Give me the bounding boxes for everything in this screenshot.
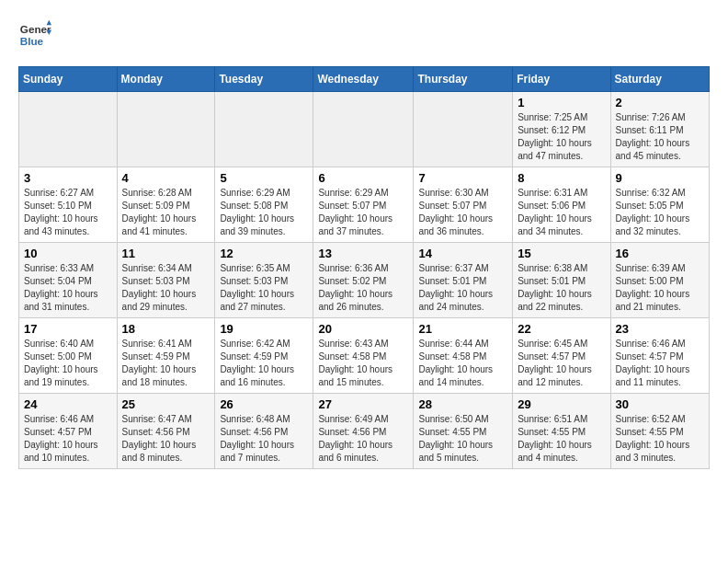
day-info: Sunrise: 6:41 AM Sunset: 4:59 PM Dayligh… — [122, 338, 210, 389]
day-info: Sunrise: 6:29 AM Sunset: 5:07 PM Dayligh… — [318, 187, 408, 238]
calendar-cell: 11Sunrise: 6:34 AM Sunset: 5:03 PM Dayli… — [117, 243, 215, 318]
day-info: Sunrise: 6:39 AM Sunset: 5:00 PM Dayligh… — [616, 262, 704, 314]
weekday-header-saturday: Saturday — [610, 67, 709, 92]
day-number: 10 — [24, 247, 112, 260]
day-info: Sunrise: 7:25 AM Sunset: 6:12 PM Dayligh… — [518, 111, 605, 163]
day-info: Sunrise: 6:50 AM Sunset: 4:55 PM Dayligh… — [418, 413, 507, 465]
weekday-header-monday: Monday — [117, 67, 215, 92]
svg-text:Blue: Blue — [20, 35, 44, 47]
weekday-header-wednesday: Wednesday — [313, 67, 414, 92]
day-number: 1 — [518, 96, 605, 109]
day-info: Sunrise: 6:47 AM Sunset: 4:56 PM Dayligh… — [122, 413, 210, 465]
day-number: 13 — [318, 247, 408, 260]
calendar-cell: 6Sunrise: 6:29 AM Sunset: 5:07 PM Daylig… — [313, 167, 414, 243]
calendar-cell — [215, 92, 313, 167]
day-info: Sunrise: 6:51 AM Sunset: 4:55 PM Dayligh… — [518, 413, 605, 465]
logo-icon: General Blue — [18, 18, 51, 52]
day-info: Sunrise: 6:42 AM Sunset: 4:59 PM Dayligh… — [220, 338, 308, 389]
calendar-table: SundayMondayTuesdayWednesdayThursdayFrid… — [18, 66, 710, 469]
day-info: Sunrise: 6:32 AM Sunset: 5:05 PM Dayligh… — [616, 187, 704, 238]
day-number: 7 — [418, 171, 507, 185]
day-info: Sunrise: 6:46 AM Sunset: 4:57 PM Dayligh… — [616, 338, 704, 389]
calendar-cell: 20Sunrise: 6:43 AM Sunset: 4:58 PM Dayli… — [313, 318, 414, 394]
day-info: Sunrise: 6:34 AM Sunset: 5:03 PM Dayligh… — [122, 262, 210, 314]
day-info: Sunrise: 6:44 AM Sunset: 4:58 PM Dayligh… — [418, 338, 507, 389]
calendar-cell: 25Sunrise: 6:47 AM Sunset: 4:56 PM Dayli… — [117, 394, 215, 469]
day-number: 6 — [318, 171, 408, 185]
calendar-cell: 17Sunrise: 6:40 AM Sunset: 5:00 PM Dayli… — [19, 318, 118, 394]
logo: General Blue — [18, 18, 51, 52]
day-info: Sunrise: 6:38 AM Sunset: 5:01 PM Dayligh… — [518, 262, 605, 314]
day-info: Sunrise: 6:45 AM Sunset: 4:57 PM Dayligh… — [518, 338, 605, 389]
day-number: 26 — [220, 397, 308, 411]
day-number: 17 — [24, 322, 112, 336]
weekday-header-thursday: Thursday — [414, 67, 513, 92]
day-info: Sunrise: 6:30 AM Sunset: 5:07 PM Dayligh… — [418, 187, 507, 238]
calendar-cell: 2Sunrise: 7:26 AM Sunset: 6:11 PM Daylig… — [610, 92, 709, 167]
calendar-week-4: 17Sunrise: 6:40 AM Sunset: 5:00 PM Dayli… — [19, 318, 710, 394]
calendar-cell: 26Sunrise: 6:48 AM Sunset: 4:56 PM Dayli… — [215, 394, 313, 469]
day-info: Sunrise: 7:26 AM Sunset: 6:11 PM Dayligh… — [616, 111, 704, 163]
day-number: 20 — [318, 322, 408, 336]
calendar-week-1: 1Sunrise: 7:25 AM Sunset: 6:12 PM Daylig… — [19, 92, 710, 167]
calendar-cell: 21Sunrise: 6:44 AM Sunset: 4:58 PM Dayli… — [414, 318, 513, 394]
calendar-cell: 28Sunrise: 6:50 AM Sunset: 4:55 PM Dayli… — [414, 394, 513, 469]
day-number: 30 — [616, 397, 704, 411]
weekday-header-sunday: Sunday — [19, 67, 118, 92]
calendar-week-3: 10Sunrise: 6:33 AM Sunset: 5:04 PM Dayli… — [19, 243, 710, 318]
calendar-cell: 3Sunrise: 6:27 AM Sunset: 5:10 PM Daylig… — [19, 167, 118, 243]
day-info: Sunrise: 6:31 AM Sunset: 5:06 PM Dayligh… — [518, 187, 605, 238]
day-number: 2 — [616, 96, 704, 109]
calendar-cell: 30Sunrise: 6:52 AM Sunset: 4:55 PM Dayli… — [610, 394, 709, 469]
day-number: 14 — [418, 247, 507, 260]
day-number: 19 — [220, 322, 308, 336]
day-info: Sunrise: 6:37 AM Sunset: 5:01 PM Dayligh… — [418, 262, 507, 314]
day-number: 15 — [518, 247, 605, 260]
day-number: 29 — [518, 397, 605, 411]
calendar-cell — [313, 92, 414, 167]
day-number: 9 — [616, 171, 704, 185]
day-number: 4 — [122, 171, 210, 185]
calendar-cell: 13Sunrise: 6:36 AM Sunset: 5:02 PM Dayli… — [313, 243, 414, 318]
day-number: 18 — [122, 322, 210, 336]
calendar-cell: 8Sunrise: 6:31 AM Sunset: 5:06 PM Daylig… — [513, 167, 610, 243]
weekday-header-friday: Friday — [513, 67, 610, 92]
calendar-cell: 4Sunrise: 6:28 AM Sunset: 5:09 PM Daylig… — [117, 167, 215, 243]
day-info: Sunrise: 6:36 AM Sunset: 5:02 PM Dayligh… — [318, 262, 408, 314]
weekday-header-row: SundayMondayTuesdayWednesdayThursdayFrid… — [19, 67, 710, 92]
day-number: 25 — [122, 397, 210, 411]
calendar-cell: 15Sunrise: 6:38 AM Sunset: 5:01 PM Dayli… — [513, 243, 610, 318]
day-number: 11 — [122, 247, 210, 260]
day-number: 8 — [518, 171, 605, 185]
day-number: 23 — [616, 322, 704, 336]
day-number: 3 — [24, 171, 112, 185]
calendar-cell: 18Sunrise: 6:41 AM Sunset: 4:59 PM Dayli… — [117, 318, 215, 394]
day-number: 5 — [220, 171, 308, 185]
calendar-cell: 10Sunrise: 6:33 AM Sunset: 5:04 PM Dayli… — [19, 243, 118, 318]
calendar-cell: 19Sunrise: 6:42 AM Sunset: 4:59 PM Dayli… — [215, 318, 313, 394]
calendar-week-2: 3Sunrise: 6:27 AM Sunset: 5:10 PM Daylig… — [19, 167, 710, 243]
day-info: Sunrise: 6:43 AM Sunset: 4:58 PM Dayligh… — [318, 338, 408, 389]
calendar-cell — [414, 92, 513, 167]
day-info: Sunrise: 6:46 AM Sunset: 4:57 PM Dayligh… — [24, 413, 112, 465]
day-number: 21 — [418, 322, 507, 336]
calendar-cell: 12Sunrise: 6:35 AM Sunset: 5:03 PM Dayli… — [215, 243, 313, 318]
day-number: 28 — [418, 397, 507, 411]
day-info: Sunrise: 6:33 AM Sunset: 5:04 PM Dayligh… — [24, 262, 112, 314]
day-info: Sunrise: 6:40 AM Sunset: 5:00 PM Dayligh… — [24, 338, 112, 389]
day-info: Sunrise: 6:52 AM Sunset: 4:55 PM Dayligh… — [616, 413, 704, 465]
day-number: 22 — [518, 322, 605, 336]
day-info: Sunrise: 6:27 AM Sunset: 5:10 PM Dayligh… — [24, 187, 112, 238]
day-info: Sunrise: 6:48 AM Sunset: 4:56 PM Dayligh… — [220, 413, 308, 465]
day-number: 12 — [220, 247, 308, 260]
calendar-cell: 14Sunrise: 6:37 AM Sunset: 5:01 PM Dayli… — [414, 243, 513, 318]
calendar-cell: 9Sunrise: 6:32 AM Sunset: 5:05 PM Daylig… — [610, 167, 709, 243]
weekday-header-tuesday: Tuesday — [215, 67, 313, 92]
day-info: Sunrise: 6:35 AM Sunset: 5:03 PM Dayligh… — [220, 262, 308, 314]
day-number: 27 — [318, 397, 408, 411]
calendar-cell: 1Sunrise: 7:25 AM Sunset: 6:12 PM Daylig… — [513, 92, 610, 167]
calendar-cell: 16Sunrise: 6:39 AM Sunset: 5:00 PM Dayli… — [610, 243, 709, 318]
calendar-cell: 22Sunrise: 6:45 AM Sunset: 4:57 PM Dayli… — [513, 318, 610, 394]
calendar-cell: 29Sunrise: 6:51 AM Sunset: 4:55 PM Dayli… — [513, 394, 610, 469]
calendar-cell — [117, 92, 215, 167]
